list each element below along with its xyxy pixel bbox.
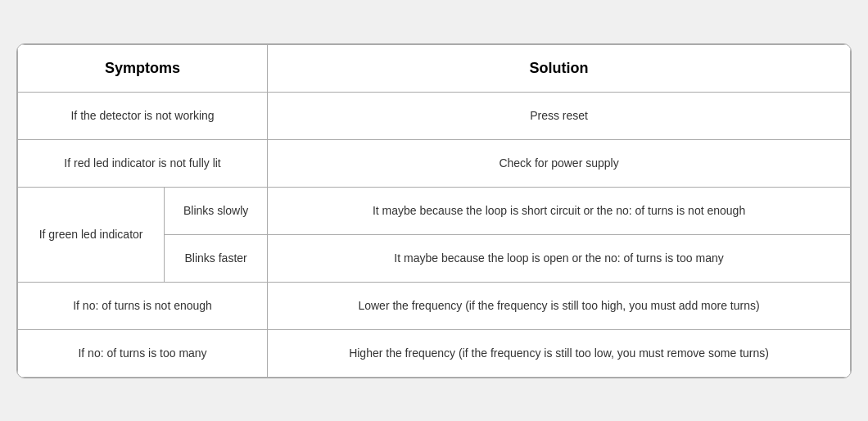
symptom-main-cell: If green led indicator — [18, 187, 165, 282]
symptoms-header: Symptoms — [18, 44, 268, 92]
sub-symptom-cell: Blinks slowly — [165, 187, 268, 234]
solution-cell: Lower the frequency (if the frequency is… — [268, 282, 851, 329]
table-row: If red led indicator is not fully lit Ch… — [18, 139, 851, 187]
symptom-cell: If the detector is not working — [18, 92, 268, 139]
table-row: If green led indicator Blinks slowly It … — [18, 187, 851, 234]
table-row: If the detector is not working Press res… — [18, 92, 851, 139]
solution-cell: Higher the frequency (if the frequency i… — [268, 329, 851, 377]
solution-cell: Press reset — [268, 92, 851, 139]
symptom-cell: If no: of turns is too many — [18, 329, 268, 377]
sub-symptom-cell: Blinks faster — [165, 234, 268, 282]
solution-header: Solution — [268, 44, 851, 92]
symptom-cell: If red led indicator is not fully lit — [18, 139, 268, 187]
table-row: If no: of turns is too many Higher the f… — [18, 329, 851, 377]
solution-cell: It maybe because the loop is short circu… — [268, 187, 851, 234]
table-row: If no: of turns is not enough Lower the … — [18, 282, 851, 329]
solution-cell: It maybe because the loop is open or the… — [268, 234, 851, 282]
symptom-cell: If no: of turns is not enough — [18, 282, 268, 329]
solution-cell: Check for power supply — [268, 139, 851, 187]
troubleshooting-table: Symptoms Solution If the detector is not… — [16, 43, 852, 378]
